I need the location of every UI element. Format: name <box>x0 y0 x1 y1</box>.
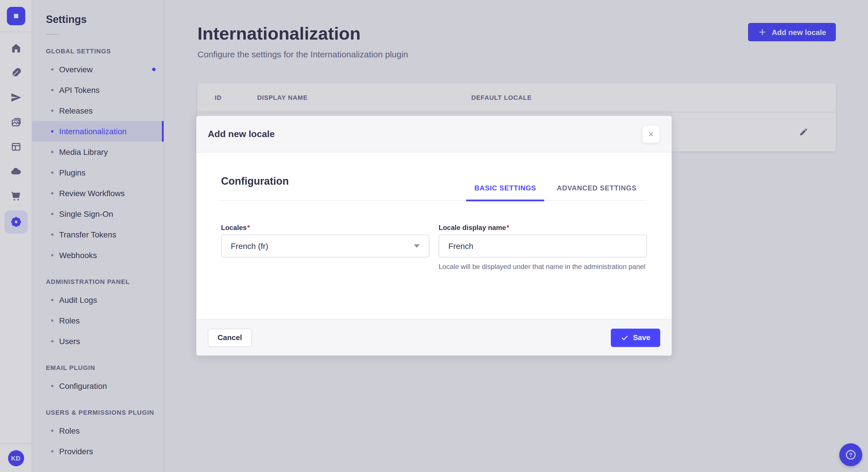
cancel-button[interactable]: Cancel <box>208 328 252 347</box>
cancel-button-label: Cancel <box>218 333 242 342</box>
tab-advanced-settings[interactable]: ADVANCED SETTINGS <box>547 184 647 200</box>
configuration-title: Configuration <box>221 175 289 200</box>
required-asterisk: * <box>507 224 509 232</box>
display-name-hint: Locale will be displayed under that name… <box>439 262 647 272</box>
configuration-row: Configuration BASIC SETTINGS ADVANCED SE… <box>221 175 647 201</box>
tab-advanced-settings-label: ADVANCED SETTINGS <box>557 184 637 192</box>
close-modal-button[interactable] <box>642 125 660 143</box>
locales-field: Locales* French (fr) <box>221 224 429 272</box>
tab-basic-settings[interactable]: BASIC SETTINGS <box>464 184 547 200</box>
locales-select[interactable]: French (fr) <box>221 235 429 258</box>
display-name-label-text: Locale display name <box>439 224 506 232</box>
modal-header: Add new locale <box>196 116 672 153</box>
modal-footer: Cancel Save <box>196 319 672 356</box>
display-name-label: Locale display name* <box>439 224 647 232</box>
save-button-label: Save <box>633 333 650 342</box>
tab-basic-settings-label: BASIC SETTINGS <box>474 184 536 192</box>
form-fields-row: Locales* French (fr) Locale display name… <box>221 224 647 272</box>
display-name-field: Locale display name* Locale will be disp… <box>439 224 647 272</box>
check-icon <box>620 334 628 341</box>
locales-label: Locales* <box>221 224 429 232</box>
modal-body: Configuration BASIC SETTINGS ADVANCED SE… <box>196 153 672 319</box>
settings-tabs: BASIC SETTINGS ADVANCED SETTINGS <box>464 184 647 200</box>
app-root: KD Settings GLOBAL SETTINGS Overview API… <box>0 0 868 472</box>
display-name-input[interactable] <box>439 235 647 258</box>
chevron-down-icon <box>414 244 420 248</box>
required-asterisk: * <box>247 224 250 232</box>
add-locale-modal: Add new locale Configuration BASIC SETTI… <box>196 116 672 356</box>
locales-label-text: Locales <box>221 224 247 232</box>
close-icon <box>648 131 654 137</box>
save-button[interactable]: Save <box>611 328 660 347</box>
locales-select-value: French (fr) <box>231 241 268 250</box>
modal-title: Add new locale <box>208 129 275 139</box>
